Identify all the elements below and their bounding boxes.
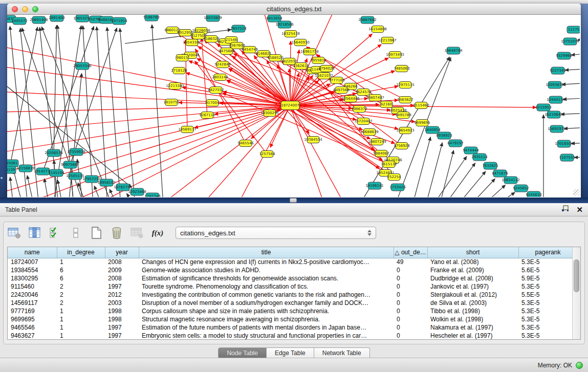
graph-node-yellow[interactable]: 16154808 [368,26,387,33]
graph-node-teal[interactable]: 7632621 [482,162,498,169]
graph-node-yellow[interactable]: 7485063 [394,65,409,72]
table-row[interactable]: 911546021997Tourette syndrome. Phenomeno… [8,282,577,291]
graph-node-teal[interactable]: 29053346 [73,62,92,70]
graph-node-yellow[interactable]: 9495789 [395,112,411,119]
minimize-window-button[interactable] [22,6,28,12]
graph-node-teal[interactable]: 9474444 [463,147,479,154]
graph-node-teal[interactable]: 17016504 [555,140,573,147]
table-row[interactable]: 1830029562008Estimation of significance … [8,274,577,282]
graph-node-yellow[interactable]: 8475685 [219,48,234,55]
column-header-out_de[interactable]: △ out_de… [394,247,427,258]
graph-node-teal[interactable]: 17359928 [67,148,85,156]
table-row[interactable]: 1456911722003Disruption of a novel membe… [8,299,577,307]
graph-node-teal[interactable]: 14196141 [365,182,384,189]
graph-node-teal[interactable]: 10654112 [502,177,520,184]
show-columns-icon[interactable] [28,226,41,239]
graph-node-teal[interactable]: 1107533 [559,154,575,161]
graph-node-teal[interactable]: 90975887 [61,161,79,168]
graph-node-teal[interactable]: 12923468 [128,188,146,195]
graph-node-yellow[interactable]: 7955812 [310,57,326,64]
graph-node-yellow[interactable]: 8427552 [208,87,224,94]
scrollbar-thumb[interactable] [574,259,579,292]
table-row[interactable]: 977716911998Corpus callosum shape and si… [8,307,577,315]
zoom-window-button[interactable] [32,6,38,12]
graph-node-teal[interactable]: 2891400 [49,15,64,21]
tab-network-table[interactable]: Network Table [314,347,370,359]
float-panel-icon[interactable] [561,205,569,214]
table-row[interactable]: 969969511998Structural magnetic resonanc… [8,315,577,323]
graph-node-yellow[interactable]: 62160 [380,101,393,108]
graph-node-yellow[interactable]: 9463627 [397,97,413,103]
graph-node-yellow[interactable]: 98015 [176,55,188,61]
graph-node-yellow[interactable]: 12975115 [396,82,415,89]
network-canvas[interactable]: 1687024055722069140628914001065325715276… [7,15,581,197]
graph-node-yellow[interactable]: 15640910 [291,39,310,46]
graph-node-yellow[interactable]: 3624574 [355,89,372,96]
graph-node-teal[interactable]: 19218586 [275,21,294,28]
graph-node-teal[interactable]: 33139 [7,166,16,173]
graph-node-yellow[interactable]: 20564486 [341,96,360,102]
graph-node-teal[interactable]: 12156819 [16,165,35,172]
graph-node-teal[interactable]: 16033809 [204,15,222,21]
table-settings-icon[interactable] [8,226,21,239]
splitter-handle[interactable] [290,198,297,203]
column-header-short[interactable]: short [427,247,518,258]
graph-node-yellow[interactable]: 817004 [206,100,220,106]
graph-node-teal[interactable]: 9227349 [550,67,565,74]
column-header-title[interactable]: title [139,247,394,258]
tab-node-table[interactable]: Node Table [218,347,267,359]
graph-node-yellow[interactable]: 9465546 [237,140,254,147]
table-row[interactable]: 946362711997Embryonic stem cells: a mode… [8,332,577,340]
graph-node-yellow[interactable]: 6794028 [318,65,334,72]
graph-node-yellow[interactable]: 19384554 [304,137,322,143]
graph-node-yellow[interactable]: 18325419 [281,31,300,37]
graph-node-yellow[interactable]: 14569117 [178,126,197,133]
graph-node-yellow[interactable]: 19654923 [396,127,415,134]
graph-node-teal[interactable]: 12444134 [547,96,565,103]
graph-node-yellow[interactable]: 9777169 [329,77,344,84]
graph-node-yellow[interactable]: 9756928 [394,143,409,149]
graph-node-teal[interactable]: 20887682 [358,16,377,24]
table-row[interactable]: 946554611997Estimation of the future num… [8,323,577,332]
graph-node-teal[interactable]: 2405572 [11,17,27,25]
graph-node-yellow[interactable]: 6497568 [333,87,349,94]
graph-node-yellow[interactable]: 2803144 [212,74,228,81]
graph-node-teal[interactable]: 16210643 [545,111,563,118]
close-window-button[interactable] [12,6,18,12]
graph-node-teal[interactable]: 1071914 [111,17,127,25]
graph-node-teal[interactable]: 15692971 [548,125,566,133]
clear-selection-icon[interactable] [69,226,82,239]
graph-node-yellow[interactable]: 2718126 [171,68,187,74]
graph-node-yellow[interactable]: 1810755 [163,99,179,106]
graph-node-teal[interactable]: 6479197 [447,140,463,147]
graph-node-yellow[interactable]: 1615132 [381,161,397,168]
graph-node-yellow[interactable]: 12213383 [166,83,184,90]
graph-node-teal[interactable]: 16648784 [444,47,463,54]
network-table-selector[interactable]: citations_edges.txt [176,227,376,239]
column-header-pagerank[interactable]: pagerank [518,247,577,258]
graph-node-yellow[interactable]: 15720407 [354,118,373,125]
graph-node-yellow[interactable]: 10688639 [360,129,379,136]
graph-node-yellow[interactable]: 9267110 [199,112,215,119]
new-document-icon[interactable] [90,226,103,239]
node-table-grid[interactable]: namein_degreeyeartitle△ out_de…shortpage… [8,247,578,340]
window-title-bar[interactable]: citations_edges.txt [7,4,581,15]
graph-node-teal[interactable]: 12093872 [546,81,564,89]
graph-node-teal[interactable]: 11175 [567,26,580,33]
close-panel-icon[interactable]: ✕ [576,206,583,213]
graph-node-teal[interactable]: 8215953 [535,104,551,111]
graph-node-teal[interactable]: 20206576 [45,149,63,157]
graph-node-yellow[interactable]: 1257564 [259,151,275,158]
graph-node-teal[interactable]: 12505135 [66,172,84,180]
graph-node-yellow[interactable]: 10807487 [366,95,384,101]
graph-node-yellow[interactable]: 12213967 [378,37,397,44]
column-header-name[interactable]: name [8,247,57,258]
graph-node-teal[interactable]: 8938923 [436,132,452,139]
graph-node-yellow[interactable]: 10973493 [386,52,404,58]
graph-node-yellow[interactable]: 252254 [387,174,401,181]
table-row[interactable]: 1872400712008Changes of HCN gene express… [8,258,577,266]
graph-node-teal[interactable]: 9329966 [556,52,572,59]
graph-node-teal[interactable]: 9245610 [526,191,541,197]
graph-node-yellow[interactable]: 18724007 [281,101,299,110]
graph-node-teal[interactable]: 1145194 [48,169,64,177]
